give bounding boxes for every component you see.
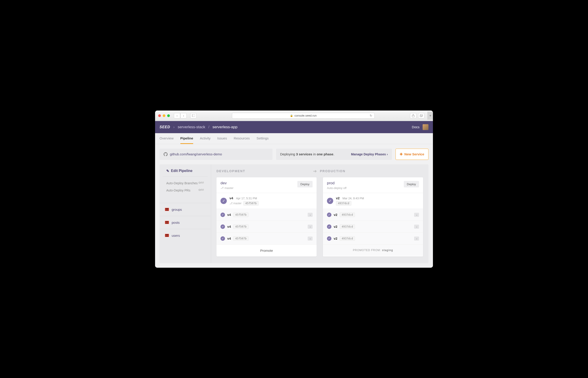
off-badge: OFF — [198, 181, 204, 185]
service-icon — [165, 234, 169, 237]
minimize-window-icon[interactable] — [163, 114, 165, 117]
svg-rect-0 — [192, 114, 195, 117]
deploy-text: Deploying 3 services in one phase. — [280, 152, 334, 156]
hash-tag: 45f507b — [233, 224, 249, 229]
expand-button[interactable]: ⌄ — [414, 213, 419, 217]
new-tab-button[interactable]: + — [428, 112, 433, 120]
docs-link[interactable]: Docs — [412, 125, 419, 129]
back-button[interactable]: ‹ — [174, 113, 180, 118]
services-section: ✓ v2 4937dcd ⌄ ✓ v2 4937dcd ⌄ — [323, 209, 423, 244]
expand-button[interactable]: ⌄ — [414, 225, 419, 229]
check-icon: ✓ — [221, 213, 225, 217]
tab-overview[interactable]: Overview — [159, 133, 174, 144]
pipeline-sidebar: ✎ Edit Pipeline Auto-Deploy Branches OFF… — [159, 164, 211, 263]
breadcrumb-sep: / — [209, 125, 209, 129]
build-version: v4 — [227, 213, 231, 216]
expand-button[interactable]: ⌄ — [308, 213, 313, 217]
address-bar[interactable]: 🔒 console.seed.run ↻ — [232, 113, 375, 119]
lock-icon: 🔒 — [290, 114, 293, 117]
logo[interactable]: SEED — [159, 125, 170, 129]
service-icon — [165, 208, 169, 211]
auto-deploy-branches[interactable]: Auto-Deploy Branches OFF — [163, 180, 208, 187]
tab-issues[interactable]: Issues — [217, 133, 227, 144]
build-version: v2 — [334, 213, 338, 216]
build-version: v2 — [334, 225, 338, 229]
check-icon: ✓ — [221, 236, 225, 241]
expand-button[interactable]: ⌄ — [308, 237, 313, 241]
build-version: v4 — [227, 225, 231, 229]
edit-pipeline-label: Edit Pipeline — [171, 169, 193, 173]
pencil-icon: ✎ — [166, 169, 169, 173]
reload-icon[interactable]: ↻ — [370, 114, 372, 117]
manage-phases-link[interactable]: Manage Deploy Phases › — [351, 152, 388, 156]
url-text: console.seed.run — [294, 114, 317, 117]
breadcrumb-app[interactable]: serverless-app — [212, 125, 237, 129]
service-list: groups posts users — [159, 203, 211, 242]
top-row: github.com/fwang/serverless-demo Deployi… — [159, 149, 429, 160]
check-icon: ✓ — [327, 213, 331, 217]
pipeline-main: DEVELOPMENT ➔ PRODUCTION dev ⎇ master — [211, 164, 429, 263]
tab-activity[interactable]: Activity — [200, 133, 211, 144]
expand-button[interactable]: ⌄ — [308, 225, 313, 229]
sidebar-service-posts[interactable]: posts — [159, 216, 211, 229]
github-icon — [164, 152, 168, 156]
promote-button[interactable]: Promote — [216, 244, 317, 256]
branch-tag: ⎇master — [229, 202, 242, 205]
deploy-button-prod[interactable]: Deploy — [404, 181, 419, 188]
build-row[interactable]: ✓ v2 Mar 24, 9:43 PM 4937dcd — [323, 193, 423, 209]
edit-pipeline-link[interactable]: ✎ Edit Pipeline — [163, 168, 208, 176]
stages-row: dev ⎇ master Deploy ✓ v4 — [216, 177, 423, 256]
service-build: ✓ v2 4937dcd ⌄ — [323, 209, 423, 221]
stage-sub: Auto-deploy off — [327, 186, 346, 190]
new-service-button[interactable]: ✚ New Service — [395, 149, 429, 160]
check-icon: ✓ — [327, 236, 331, 241]
check-icon: ✓ — [221, 224, 225, 229]
sidebar-service-users[interactable]: users — [159, 229, 211, 242]
forward-button[interactable]: › — [180, 113, 187, 118]
tabs-button[interactable] — [418, 113, 424, 118]
browser-window: ‹ › 🔒 console.seed.run ↻ + SEED › server… — [155, 110, 433, 268]
check-icon: ✓ — [327, 198, 333, 204]
build-time: Apr 17, 5:31 PM — [236, 197, 257, 200]
tab-settings[interactable]: Settings — [257, 133, 269, 144]
stage-branch: ⎇ master — [221, 186, 234, 190]
hash-tag: 45f507b — [233, 213, 249, 217]
build-version: v2 — [336, 196, 340, 200]
sidebar-toggle-button[interactable] — [190, 113, 196, 118]
service-build: ✓ v4 45f507b ⌄ — [216, 221, 317, 233]
build-row[interactable]: ✓ v4 Apr 17, 5:31 PM ⎇master 45f507b — [216, 193, 317, 209]
build-time: Mar 24, 9:43 PM — [342, 197, 364, 200]
expand-button[interactable]: ⌄ — [414, 237, 419, 241]
stage-name[interactable]: prod — [327, 181, 346, 185]
close-window-icon[interactable] — [158, 114, 161, 117]
stage-top: dev ⎇ master Deploy — [216, 177, 317, 193]
share-button[interactable] — [410, 113, 416, 118]
hash-tag: 45f507b — [233, 236, 249, 241]
new-service-label: New Service — [405, 152, 424, 156]
plus-icon: ✚ — [400, 152, 403, 156]
repo-link[interactable]: github.com/fwang/serverless-demo — [159, 149, 273, 160]
sidebar-service-groups[interactable]: groups — [159, 203, 211, 216]
stage-card-prod: prod Auto-deploy off Deploy ✓ v2 Mar 24,… — [323, 177, 423, 256]
stage-name[interactable]: dev — [221, 181, 234, 185]
browser-chrome: ‹ › 🔒 console.seed.run ↻ + — [155, 110, 433, 121]
tab-pipeline[interactable]: Pipeline — [180, 133, 193, 144]
deploy-button-dev[interactable]: Deploy — [297, 181, 313, 188]
tab-resources[interactable]: Resources — [234, 133, 250, 144]
check-icon: ✓ — [327, 224, 331, 229]
branch-icon: ⎇ — [221, 186, 224, 189]
service-build: ✓ v4 45f507b ⌄ — [216, 233, 317, 244]
auto-deploy-prs[interactable]: Auto-Deploy PRs OFF — [163, 187, 208, 194]
service-build: ✓ v2 4937dcd ⌄ — [323, 221, 423, 233]
svg-rect-5 — [420, 114, 423, 116]
avatar[interactable] — [423, 124, 429, 130]
breadcrumb-org[interactable]: serverless-stack — [178, 125, 205, 129]
hash-tag: 4937dcd — [340, 236, 355, 241]
nav-buttons: ‹ › — [174, 113, 187, 118]
breadcrumb-sep: › — [173, 125, 175, 129]
hash-tag: 4937dcd — [336, 201, 351, 206]
promoted-from: PROMOTED FROM: staging — [323, 244, 423, 256]
stage-top: prod Auto-deploy off Deploy — [323, 177, 423, 193]
maximize-window-icon[interactable] — [167, 114, 170, 117]
off-badge: OFF — [198, 189, 204, 192]
